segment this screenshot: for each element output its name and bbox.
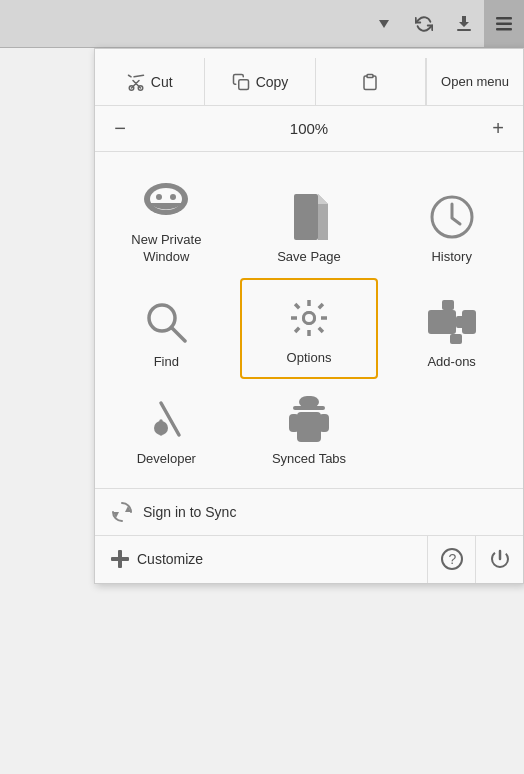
hamburger-btn[interactable] [484, 0, 524, 48]
svg-point-21 [305, 314, 313, 322]
paste-button[interactable] [316, 58, 426, 105]
svg-rect-26 [450, 334, 462, 344]
history-icon [428, 193, 476, 241]
copy-label: Copy [256, 74, 289, 90]
developer-label: Developer [137, 451, 196, 468]
history-label: History [431, 249, 471, 266]
open-menu-button[interactable]: Open menu [426, 58, 523, 105]
find-icon [142, 298, 190, 346]
svg-rect-36 [111, 557, 129, 561]
find-item[interactable]: Find [95, 276, 238, 381]
new-private-window-icon [142, 176, 190, 224]
customize-label: Customize [137, 551, 203, 567]
svg-rect-8 [367, 74, 373, 77]
zoom-out-button[interactable]: − [95, 106, 145, 151]
developer-icon [142, 395, 190, 443]
cut-button[interactable]: Cut [95, 58, 205, 105]
plus-icon [111, 550, 129, 568]
options-item[interactable]: Options [240, 278, 379, 379]
sign-in-label: Sign in to Sync [143, 504, 236, 520]
open-menu-label: Open menu [441, 74, 509, 89]
sync-icon [111, 501, 133, 523]
svg-rect-2 [496, 17, 512, 20]
svg-rect-33 [289, 414, 299, 432]
svg-marker-15 [318, 194, 328, 204]
developer-item[interactable]: Developer [95, 381, 238, 478]
menu-panel: Cut Copy Open menu − 100% + [94, 48, 524, 584]
svg-rect-3 [496, 22, 512, 25]
add-ons-label: Add-ons [427, 354, 475, 371]
options-label: Options [287, 350, 332, 367]
power-icon [489, 548, 511, 570]
synced-tabs-label: Synced Tabs [272, 451, 346, 468]
svg-rect-7 [238, 79, 248, 89]
svg-rect-31 [293, 406, 325, 410]
dropdown-btn[interactable] [364, 0, 404, 48]
zoom-row: − 100% + [95, 106, 523, 152]
download-btn[interactable] [444, 0, 484, 48]
svg-text:?: ? [448, 551, 456, 567]
power-button[interactable] [475, 536, 523, 583]
svg-rect-25 [442, 300, 454, 310]
zoom-plus-label: + [492, 117, 504, 140]
zoom-value: 100% [145, 120, 473, 137]
refresh-btn[interactable] [404, 0, 444, 48]
svg-point-12 [170, 194, 176, 200]
zoom-minus-label: − [114, 117, 126, 140]
menu-grid: New PrivateWindow Save Page History [95, 152, 523, 488]
zoom-in-button[interactable]: + [473, 106, 523, 151]
add-ons-icon [428, 298, 476, 346]
svg-rect-13 [294, 194, 318, 240]
synced-tabs-icon [285, 395, 333, 443]
svg-rect-24 [462, 310, 476, 334]
edit-row: Cut Copy Open menu [95, 58, 523, 106]
options-icon [285, 294, 333, 342]
svg-rect-4 [496, 28, 512, 31]
svg-rect-34 [319, 414, 329, 432]
customize-button[interactable]: Customize [95, 536, 427, 583]
add-ons-item[interactable]: Add-ons [380, 276, 523, 381]
cut-label: Cut [151, 74, 173, 90]
svg-rect-22 [428, 310, 456, 334]
save-page-icon [285, 193, 333, 241]
synced-tabs-item[interactable]: Synced Tabs [238, 381, 381, 478]
svg-point-11 [156, 194, 162, 200]
help-icon: ? [441, 548, 463, 570]
help-button[interactable]: ? [427, 536, 475, 583]
save-page-item[interactable]: Save Page [238, 162, 381, 276]
copy-button[interactable]: Copy [205, 58, 315, 105]
browser-toolbar [0, 0, 524, 48]
sign-in-row[interactable]: Sign in to Sync [95, 488, 523, 535]
svg-rect-32 [297, 412, 321, 442]
history-item[interactable]: History [380, 162, 523, 276]
new-private-window-label: New PrivateWindow [131, 232, 201, 266]
save-page-label: Save Page [277, 249, 341, 266]
svg-marker-0 [379, 20, 389, 28]
find-label: Find [154, 354, 179, 371]
svg-line-18 [172, 328, 185, 341]
bottom-row: Customize ? [95, 535, 523, 583]
svg-rect-1 [457, 29, 471, 31]
new-private-window-item[interactable]: New PrivateWindow [95, 162, 238, 276]
